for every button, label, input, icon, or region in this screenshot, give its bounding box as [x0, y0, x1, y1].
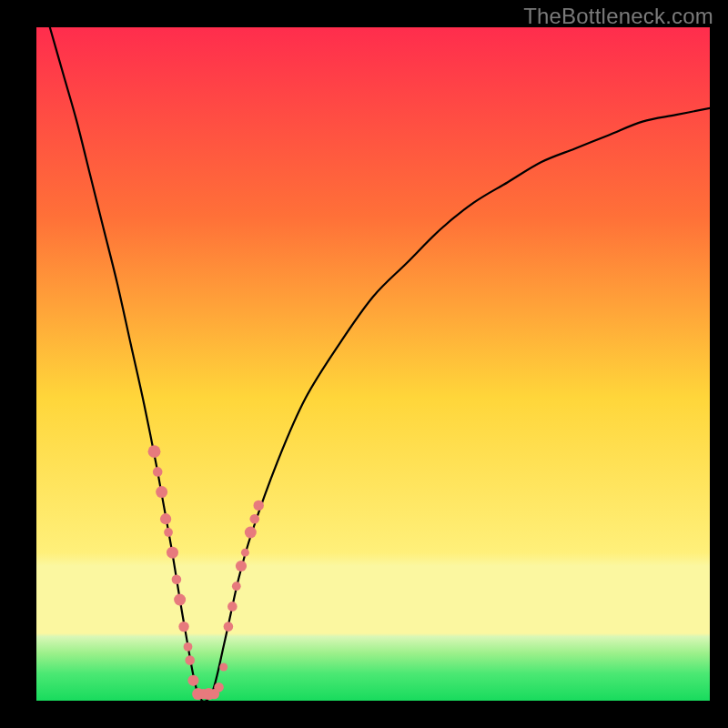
highlight-dot: [228, 602, 238, 612]
highlight-dot: [164, 528, 173, 537]
highlight-dot: [160, 513, 171, 524]
highlight-dot: [156, 486, 167, 498]
highlight-dot: [224, 622, 234, 632]
watermark-text: TheBottleneck.com: [523, 4, 713, 29]
highlight-dot: [254, 500, 264, 511]
highlight-dot: [148, 445, 161, 458]
gradient-rect: [36, 27, 710, 701]
highlight-dot: [178, 622, 188, 632]
highlight-dot: [174, 593, 186, 605]
chart-frame: TheBottleneck.com: [0, 0, 728, 728]
plot-svg: [36, 27, 710, 701]
plot-area: [36, 27, 710, 701]
highlight-dot: [245, 526, 257, 538]
highlight-dot: [185, 655, 195, 665]
highlight-dot: [153, 467, 163, 477]
highlight-dot: [249, 514, 259, 524]
highlight-dot: [236, 561, 247, 571]
highlight-dot: [187, 675, 198, 686]
highlight-dot: [184, 642, 193, 652]
highlight-dot: [219, 663, 228, 672]
highlight-dot: [232, 581, 241, 591]
highlight-dot: [214, 682, 224, 693]
highlight-dot: [167, 547, 178, 559]
highlight-dot: [241, 549, 249, 557]
highlight-dot: [172, 575, 182, 585]
